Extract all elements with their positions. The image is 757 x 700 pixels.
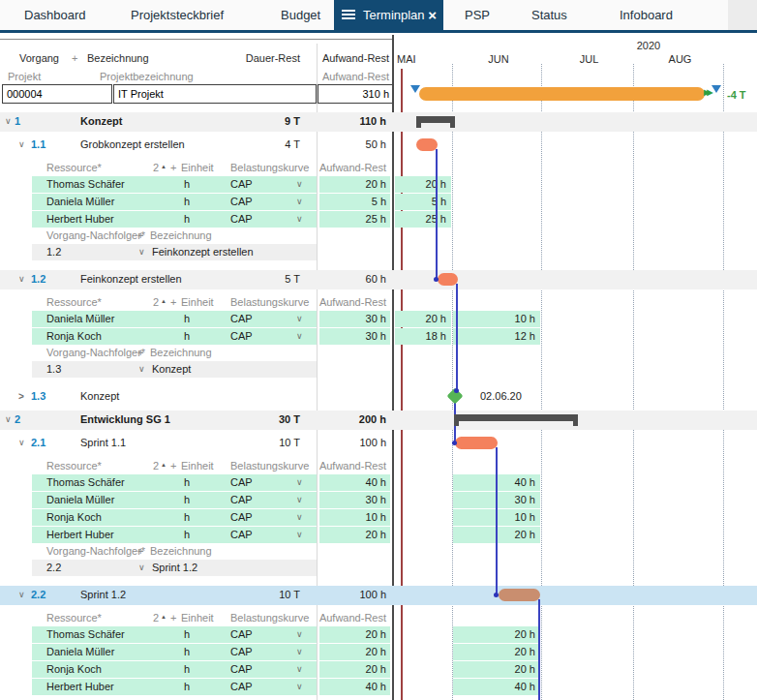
load-curve-value[interactable]: CAP: [230, 211, 253, 228]
task-gantt-bar[interactable]: [438, 273, 458, 286]
load-curve-value[interactable]: CAP: [230, 492, 253, 508]
resource-effort[interactable]: 5 h: [319, 194, 386, 210]
add-successor-icon[interactable]: +: [137, 228, 143, 244]
project-gantt-bar[interactable]: [419, 87, 705, 101]
add-resource-icon[interactable]: +: [170, 294, 176, 311]
resource-name[interactable]: Daniela Müller: [46, 194, 114, 210]
add-successor-icon[interactable]: +: [137, 345, 143, 361]
task-row[interactable]: ∨2.2Sprint 1.210 T100 h: [0, 586, 392, 604]
sort-asc-icon[interactable]: ▲: [161, 614, 167, 620]
load-curve-value[interactable]: CAP: [230, 661, 253, 678]
task-gantt-bar[interactable]: [499, 589, 540, 601]
sort-indicator[interactable]: 2: [153, 458, 159, 474]
resource-unit[interactable]: h: [172, 474, 201, 491]
resource-unit[interactable]: h: [172, 644, 201, 660]
tab-status[interactable]: Status: [531, 0, 567, 30]
collapse-icon[interactable]: ∨: [18, 587, 25, 603]
sort-indicator[interactable]: 2: [153, 160, 159, 176]
load-curve-dropdown-icon[interactable]: ∨: [296, 176, 303, 193]
resource-unit[interactable]: h: [172, 492, 201, 508]
resource-effort[interactable]: 20 h: [319, 626, 386, 643]
load-curve-dropdown-icon[interactable]: ∨: [296, 194, 303, 210]
successor-name[interactable]: Feinkonzept erstellen: [152, 244, 254, 260]
close-tab-icon[interactable]: ×: [428, 0, 437, 30]
successor-row[interactable]: 1.3∨Konzept: [0, 361, 392, 378]
resource-name[interactable]: Daniela Müller: [46, 644, 114, 660]
load-curve-value[interactable]: CAP: [230, 176, 253, 193]
resource-name[interactable]: Daniela Müller: [46, 492, 114, 508]
resource-effort[interactable]: 20 h: [319, 527, 386, 543]
resource-name[interactable]: Herbert Huber: [46, 679, 114, 695]
add-successor-icon[interactable]: +: [137, 543, 143, 560]
resource-effort[interactable]: 20 h: [319, 644, 386, 660]
successor-dropdown-icon[interactable]: ∨: [138, 244, 145, 260]
resource-effort[interactable]: 30 h: [319, 311, 386, 327]
resource-unit[interactable]: h: [172, 328, 201, 345]
successor-name[interactable]: Sprint 1.2: [152, 560, 197, 576]
resource-name[interactable]: Daniela Müller: [46, 311, 114, 327]
col-bezeichnung[interactable]: Bezeichnung: [87, 50, 149, 67]
sort-asc-icon[interactable]: ▲: [161, 462, 167, 468]
load-curve-dropdown-icon[interactable]: ∨: [296, 661, 303, 678]
load-curve-value[interactable]: CAP: [230, 644, 253, 660]
successor-number[interactable]: 2.2: [46, 560, 61, 576]
resource-unit[interactable]: h: [172, 626, 201, 643]
task-gantt-bar[interactable]: [455, 437, 498, 449]
resource-name[interactable]: Thomas Schäfer: [46, 626, 125, 643]
load-curve-dropdown-icon[interactable]: ∨: [296, 679, 303, 695]
collapse-icon[interactable]: ∨: [5, 113, 12, 130]
load-curve-value[interactable]: CAP: [230, 474, 253, 491]
resource-unit[interactable]: h: [172, 509, 201, 526]
add-resource-icon[interactable]: +: [170, 160, 176, 176]
successor-number[interactable]: 1.2: [46, 244, 61, 260]
tab-budget[interactable]: Budget: [281, 0, 320, 30]
sort-indicator[interactable]: 2: [153, 294, 159, 311]
resource-effort[interactable]: 10 h: [319, 509, 386, 526]
resource-effort[interactable]: 40 h: [319, 474, 386, 491]
task-row[interactable]: ∨2.1Sprint 1.110 T100 h: [0, 434, 392, 452]
collapse-icon[interactable]: ∨: [18, 435, 25, 451]
resource-unit[interactable]: h: [172, 211, 201, 228]
resource-effort[interactable]: 20 h: [319, 176, 386, 193]
load-curve-dropdown-icon[interactable]: ∨: [296, 527, 303, 543]
task-row[interactable]: ∨2Entwicklung SG 130 T200 h: [0, 411, 392, 429]
load-curve-value[interactable]: CAP: [230, 527, 253, 543]
successor-number[interactable]: 1.3: [46, 361, 61, 378]
load-curve-dropdown-icon[interactable]: ∨: [296, 211, 303, 228]
resource-unit[interactable]: h: [172, 527, 201, 543]
summary-bar[interactable]: [454, 414, 578, 426]
task-row[interactable]: ∨1.1Grobkonzept erstellen4 T50 h: [0, 136, 392, 154]
sort-indicator[interactable]: 2: [153, 610, 159, 626]
add-resource-icon[interactable]: +: [170, 610, 176, 626]
col-aufwand-rest[interactable]: Aufwand-Rest: [317, 50, 389, 67]
add-resource-icon[interactable]: +: [170, 458, 176, 474]
load-curve-dropdown-icon[interactable]: ∨: [296, 328, 303, 345]
resource-effort[interactable]: 25 h: [319, 211, 386, 228]
task-row[interactable]: >1.3Konzept: [0, 387, 392, 406]
add-column-icon[interactable]: +: [72, 50, 77, 67]
load-curve-value[interactable]: CAP: [230, 626, 253, 643]
collapse-icon[interactable]: ∨: [18, 137, 25, 153]
resource-unit[interactable]: h: [172, 194, 201, 210]
resource-effort[interactable]: 30 h: [319, 328, 386, 345]
project-id-field[interactable]: 000004: [2, 84, 112, 104]
collapse-icon[interactable]: ∨: [5, 411, 12, 428]
resource-effort[interactable]: 30 h: [319, 492, 386, 508]
resource-name[interactable]: Thomas Schäfer: [46, 474, 125, 491]
project-name-field[interactable]: IT Projekt: [113, 84, 317, 104]
resource-unit[interactable]: h: [172, 176, 201, 193]
resource-unit[interactable]: h: [172, 679, 201, 695]
resource-name[interactable]: Ronja Koch: [46, 328, 102, 345]
load-curve-dropdown-icon[interactable]: ∨: [296, 644, 303, 660]
task-row[interactable]: ∨1.2Feinkonzept erstellen5 T60 h: [0, 270, 392, 289]
task-row[interactable]: ∨1Konzept9 T110 h: [0, 112, 392, 131]
resource-effort[interactable]: 20 h: [319, 661, 386, 678]
load-curve-value[interactable]: CAP: [230, 328, 253, 345]
tab-psp[interactable]: PSP: [465, 0, 490, 30]
resource-effort[interactable]: 40 h: [319, 679, 386, 695]
summary-bar[interactable]: [416, 116, 455, 128]
expand-icon[interactable]: >: [18, 388, 24, 405]
tab-infoboard[interactable]: Infoboard: [620, 0, 673, 30]
load-curve-dropdown-icon[interactable]: ∨: [296, 311, 303, 327]
col-vorgang[interactable]: Vorgang: [19, 50, 59, 67]
